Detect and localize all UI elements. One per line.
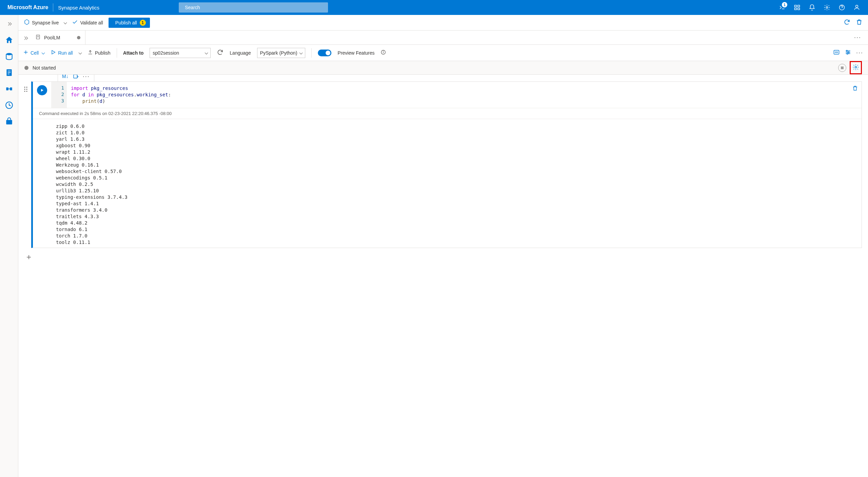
product-name: Synapse Analytics — [53, 5, 104, 11]
mode-selector[interactable]: Synapse live — [24, 19, 66, 26]
hexagon-icon — [24, 19, 30, 26]
svg-rect-4 — [795, 8, 797, 10]
chevron-down-icon — [205, 51, 208, 55]
header-icon-bar: 1 — [775, 0, 865, 15]
svg-rect-13 — [7, 74, 9, 74]
preview-features-label: Preview Features — [337, 50, 374, 56]
highlighted-settings-button — [850, 61, 862, 74]
chevron-right-double-icon — [7, 21, 11, 26]
svg-point-35 — [26, 91, 27, 92]
notebook-toolbar: Cell Run all Publish Attach to — [18, 45, 868, 61]
tab-more-button[interactable]: ··· — [849, 34, 866, 41]
svg-point-32 — [24, 89, 25, 90]
unsaved-indicator-icon — [77, 36, 80, 39]
chevron-right-double-icon — [23, 35, 27, 40]
add-cell-button[interactable]: Cell — [23, 50, 44, 56]
play-icon — [51, 50, 56, 56]
publish-button[interactable]: Publish — [88, 50, 111, 56]
svg-rect-15 — [6, 120, 12, 125]
chevron-down-icon — [42, 51, 45, 55]
delete-cell-button[interactable] — [852, 85, 858, 92]
tab-bar: PoolLM ··· — [18, 31, 868, 45]
svg-point-34 — [24, 91, 25, 92]
upload-icon — [88, 50, 93, 56]
session-settings-button[interactable] — [851, 63, 860, 73]
settings-icon[interactable] — [820, 0, 834, 15]
plus-icon — [23, 50, 28, 56]
global-search[interactable] — [179, 2, 328, 13]
language-select[interactable]: PySpark (Python) — [257, 48, 306, 58]
nav-monitor[interactable] — [2, 98, 16, 113]
svg-point-28 — [847, 53, 848, 54]
nav-data[interactable] — [2, 49, 16, 64]
discard-icon[interactable] — [856, 19, 863, 26]
left-nav — [0, 15, 18, 477]
svg-point-33 — [26, 89, 27, 90]
code-editor[interactable]: import pkg_resources for d in pkg_resour… — [67, 82, 862, 108]
directory-icon[interactable] — [790, 0, 804, 15]
cell-mini-toolbar: M↓ ··· — [58, 75, 94, 82]
nav-integrate[interactable] — [2, 81, 16, 96]
notifications-icon[interactable] — [805, 0, 819, 15]
run-all-button[interactable]: Run all — [51, 50, 73, 56]
code-cell: M↓ ··· — [31, 81, 862, 248]
brand: Microsoft Azure — [3, 4, 53, 11]
publish-label: Publish — [95, 50, 111, 56]
main-area: Synapse live Validate all Publish all 1 — [0, 15, 868, 477]
line-number-gutter: 123 — [51, 82, 67, 108]
outline-icon[interactable] — [845, 49, 851, 57]
execution-metadata: Command executed in 2s 58ms on 02-23-202… — [33, 108, 862, 119]
convert-to-markdown-button[interactable]: M↓ — [62, 75, 69, 79]
run-options-button[interactable] — [79, 52, 81, 54]
separator — [311, 48, 312, 58]
search-icon — [182, 5, 185, 10]
stop-session-button[interactable] — [838, 64, 846, 72]
nav-manage[interactable] — [2, 114, 16, 129]
svg-rect-11 — [7, 71, 11, 72]
chevron-down-icon — [300, 51, 303, 55]
publish-all-label: Publish all — [115, 20, 137, 25]
svg-point-6 — [826, 7, 828, 8]
publish-all-button[interactable]: Publish all 1 — [109, 18, 150, 28]
notebook-tab[interactable]: PoolLM — [31, 31, 85, 45]
svg-rect-12 — [7, 72, 11, 73]
cell-label: Cell — [31, 50, 39, 56]
more-options-button[interactable]: ··· — [856, 49, 863, 56]
cell-editor-area: 123 import pkg_resources for d in pkg_re… — [33, 82, 862, 108]
language-label: Language — [230, 50, 251, 56]
cloud-shell-icon[interactable]: 1 — [775, 0, 789, 15]
chevron-down-icon — [78, 51, 82, 55]
tab-label: PoolLM — [44, 35, 60, 40]
stop-icon — [841, 66, 844, 69]
run-cell-button[interactable] — [37, 85, 47, 95]
attach-to-select[interactable]: sp02session — [150, 48, 211, 58]
cell-run-area — [33, 82, 51, 108]
cell-more-button[interactable]: ··· — [83, 75, 90, 80]
variables-icon[interactable] — [833, 49, 840, 57]
publish-count-badge: 1 — [140, 20, 146, 26]
azure-top-header: Microsoft Azure Synapse Analytics 1 — [0, 0, 868, 15]
cell-output: zipp 0.6.0 zict 1.0.0 yarl 1.6.3 xgboost… — [33, 119, 862, 248]
svg-point-30 — [24, 87, 25, 88]
feedback-icon[interactable] — [850, 0, 864, 15]
preview-features-toggle[interactable] — [318, 50, 331, 56]
help-icon[interactable] — [835, 0, 849, 15]
svg-point-31 — [26, 87, 27, 88]
nav-develop[interactable] — [2, 65, 16, 80]
add-cell-below-button[interactable] — [24, 253, 33, 262]
attach-to-value: sp02session — [153, 50, 179, 56]
nav-expand-toggle[interactable] — [2, 18, 16, 29]
cell-drag-handle[interactable] — [24, 86, 28, 93]
nav-home[interactable] — [2, 33, 16, 47]
attach-to-label: Attach to — [123, 50, 144, 56]
mode-label: Synapse live — [32, 20, 59, 25]
refresh-session-icon[interactable] — [217, 49, 224, 57]
validate-all-button[interactable]: Validate all — [72, 19, 103, 26]
refresh-icon[interactable] — [844, 19, 850, 26]
info-icon[interactable] — [381, 50, 386, 56]
validate-label: Validate all — [80, 20, 103, 25]
tab-collapse-toggle[interactable] — [20, 35, 31, 40]
search-input[interactable] — [185, 5, 325, 10]
toggle-knob — [326, 51, 330, 55]
clear-output-button[interactable] — [73, 75, 79, 79]
